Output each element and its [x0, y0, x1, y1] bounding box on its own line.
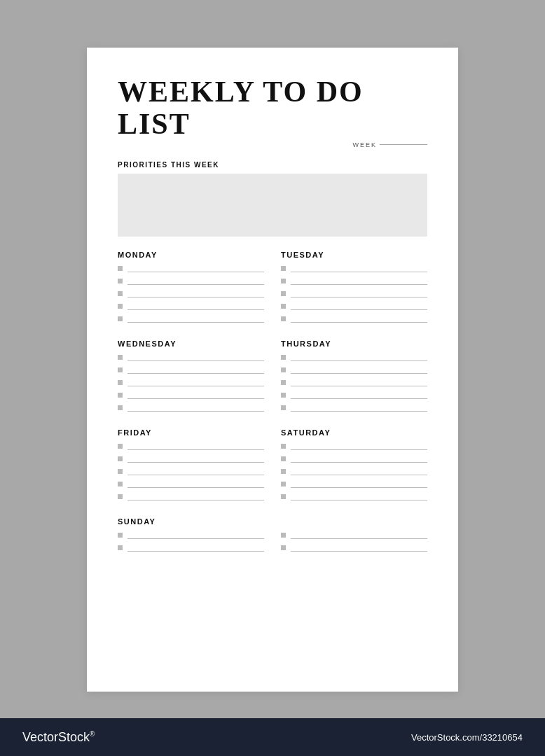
task-item — [118, 289, 264, 298]
checkbox-icon — [118, 266, 123, 271]
task-line — [291, 454, 427, 463]
task-line — [127, 378, 264, 386]
task-line — [291, 314, 427, 323]
day-label-wednesday: WEDNESDAY — [118, 340, 264, 348]
task-item — [281, 454, 427, 463]
checkbox-icon — [281, 380, 286, 385]
task-line — [127, 391, 264, 399]
task-item — [281, 302, 427, 310]
task-item — [281, 314, 427, 323]
task-line — [127, 531, 264, 539]
footer-url: VectorStock.com/33210654 — [411, 732, 523, 743]
task-item — [118, 264, 264, 272]
task-item — [281, 353, 427, 361]
day-label-saturday: SATURDAY — [281, 428, 427, 437]
checkbox-icon — [118, 444, 123, 449]
task-item — [118, 403, 264, 412]
priorities-box — [118, 174, 427, 237]
task-line — [291, 378, 427, 386]
paper: WEEKLY TO DO LIST WEEK PRIORITIES THIS W… — [87, 48, 458, 692]
day-section-tuesday: TUESDAY — [281, 251, 427, 327]
task-line — [127, 467, 264, 475]
sunday-grid — [118, 531, 427, 556]
checkbox-icon — [118, 545, 123, 550]
task-line — [127, 492, 264, 500]
task-item — [118, 365, 264, 374]
task-item — [118, 492, 264, 500]
checkbox-icon — [281, 482, 286, 486]
day-section-monday: MONDAY — [118, 251, 264, 327]
checkbox-icon — [118, 456, 123, 461]
task-line — [127, 289, 264, 298]
week-row: WEEK — [118, 141, 427, 148]
checkbox-icon — [281, 545, 286, 550]
day-section-wednesday: WEDNESDAY — [118, 340, 264, 416]
task-line — [291, 353, 427, 361]
checkbox-icon — [118, 482, 123, 486]
task-item — [281, 378, 427, 386]
checkbox-icon — [118, 279, 123, 284]
checkbox-icon — [118, 494, 123, 499]
task-line — [127, 276, 264, 285]
checkbox-icon — [281, 304, 286, 309]
footer-registered: ® — [90, 730, 95, 738]
day-section-friday: FRIDAY — [118, 428, 264, 505]
week-line — [380, 144, 427, 145]
page-wrapper: WEEKLY TO DO LIST WEEK PRIORITIES THIS W… — [0, 0, 545, 756]
checkbox-icon — [118, 393, 123, 398]
task-line — [291, 264, 427, 272]
task-item — [118, 543, 264, 552]
checkbox-icon — [118, 304, 123, 309]
checkbox-icon — [281, 266, 286, 271]
task-line — [291, 403, 427, 412]
task-item — [281, 531, 427, 539]
checkbox-icon — [118, 469, 123, 474]
task-line — [291, 442, 427, 450]
task-item — [118, 454, 264, 463]
task-item — [281, 365, 427, 374]
checkbox-icon — [281, 291, 286, 296]
checkbox-icon — [281, 533, 286, 538]
task-item — [281, 442, 427, 450]
task-item — [281, 276, 427, 285]
task-line — [127, 353, 264, 361]
checkbox-icon — [281, 393, 286, 398]
task-item — [118, 302, 264, 310]
task-item — [281, 492, 427, 500]
day-label-monday: MONDAY — [118, 251, 264, 259]
checkbox-icon — [281, 368, 286, 372]
task-item — [281, 264, 427, 272]
task-line — [127, 543, 264, 552]
checkbox-icon — [118, 533, 123, 538]
priorities-label: PRIORITIES THIS WEEK — [118, 161, 427, 169]
day-label-sunday: SUNDAY — [118, 517, 427, 526]
task-line — [127, 403, 264, 412]
checkbox-icon — [118, 405, 123, 410]
task-item — [118, 442, 264, 450]
checkbox-icon — [281, 469, 286, 474]
day-label-tuesday: TUESDAY — [281, 251, 427, 259]
day-label-friday: FRIDAY — [118, 428, 264, 437]
task-item — [118, 531, 264, 539]
task-item — [281, 479, 427, 488]
checkbox-icon — [118, 355, 123, 360]
task-line — [127, 454, 264, 463]
checkbox-icon — [281, 456, 286, 461]
checkbox-icon — [118, 291, 123, 296]
task-line — [291, 302, 427, 310]
task-line — [127, 479, 264, 488]
checkbox-icon — [281, 405, 286, 410]
checkbox-icon — [118, 368, 123, 372]
task-item — [118, 479, 264, 488]
day-label-thursday: THURSDAY — [281, 340, 427, 348]
task-item — [281, 403, 427, 412]
task-line — [291, 276, 427, 285]
task-item — [281, 543, 427, 552]
checkbox-icon — [281, 355, 286, 360]
task-line — [291, 531, 427, 539]
header: WEEKLY TO DO LIST WEEK — [118, 76, 427, 155]
task-line — [127, 442, 264, 450]
task-item — [118, 314, 264, 323]
task-line — [127, 264, 264, 272]
task-item — [281, 391, 427, 399]
